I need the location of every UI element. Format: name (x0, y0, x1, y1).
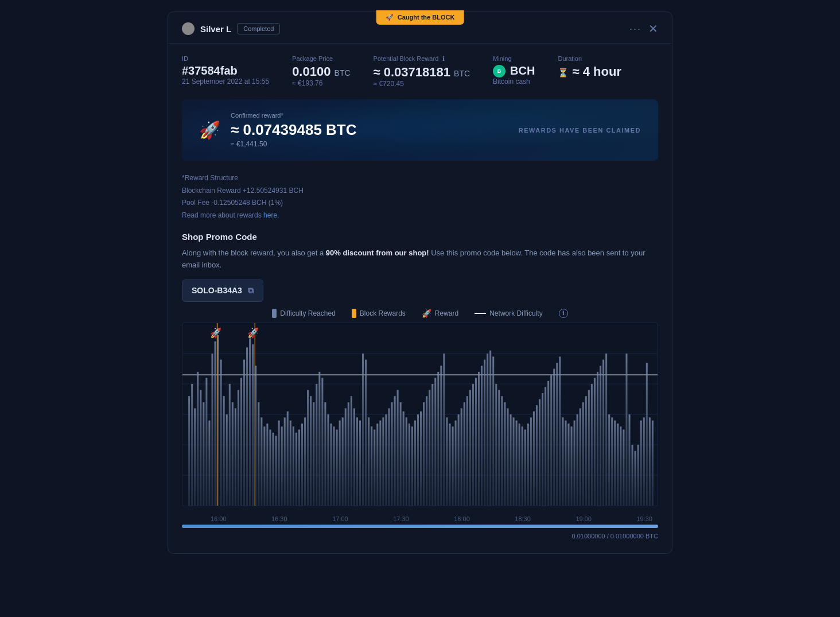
svg-rect-99 (452, 426, 454, 506)
svg-rect-163 (637, 445, 639, 506)
svg-rect-164 (640, 421, 642, 506)
close-button[interactable]: ✕ (648, 23, 658, 34)
svg-rect-91 (429, 390, 430, 506)
svg-rect-24 (235, 408, 236, 506)
package-unit: BTC (335, 68, 351, 77)
svg-rect-13 (203, 402, 204, 506)
info-row: ID #37584fab 21 September 2022 at 15:55 … (182, 55, 658, 88)
svg-rect-73 (376, 424, 378, 506)
svg-rect-125 (527, 424, 529, 506)
svg-rect-160 (629, 414, 631, 506)
copy-icon: ⧉ (248, 286, 254, 296)
svg-rect-133 (550, 375, 552, 506)
svg-rect-23 (232, 402, 234, 506)
more-options-button[interactable]: ··· (629, 23, 641, 35)
svg-rect-100 (455, 421, 457, 506)
svg-rect-168 (652, 421, 654, 506)
modal-body: ID #37584fab 21 September 2022 at 15:55 … (168, 44, 672, 553)
user-avatar-icon (182, 22, 195, 35)
svg-rect-58 (333, 426, 335, 506)
svg-rect-43 (290, 421, 291, 506)
svg-rect-67 (359, 421, 361, 506)
time-label-1: 16:30 (271, 515, 287, 522)
rocket-marker-2: 🚀 (247, 327, 259, 340)
read-more-link[interactable]: here (263, 211, 277, 219)
svg-rect-22 (229, 384, 231, 506)
potential-reward-unit: BTC (454, 69, 470, 78)
confirmed-btc-amount: ≈ 0.07439485 BTC (231, 121, 357, 139)
mining-label: Mining (493, 55, 535, 62)
package-amount: 0.0100 (292, 64, 330, 79)
svg-rect-69 (365, 360, 367, 506)
caught-block-badge: 🚀 Caught the BLOCK (376, 10, 464, 25)
svg-rect-15 (208, 421, 210, 506)
badge-text: Caught the BLOCK (398, 14, 455, 21)
svg-rect-108 (478, 372, 480, 506)
svg-rect-87 (417, 414, 419, 506)
difficulty-reached-label: Difficulty Reached (280, 309, 336, 317)
svg-rect-90 (426, 396, 427, 506)
svg-rect-26 (240, 378, 242, 506)
read-more: Read more about rewards here. (182, 209, 658, 222)
svg-rect-27 (243, 360, 245, 506)
svg-rect-83 (406, 417, 407, 506)
svg-rect-82 (403, 412, 405, 506)
potential-reward-eur: ≈ €720.45 (374, 80, 470, 88)
svg-rect-162 (635, 451, 636, 506)
svg-rect-149 (597, 372, 598, 506)
svg-rect-33 (260, 417, 262, 506)
svg-rect-111 (487, 354, 488, 506)
svg-rect-152 (605, 354, 607, 506)
svg-rect-70 (368, 417, 370, 506)
claimed-text: REWARDS HAVE BEEN CLAIMED (519, 127, 641, 134)
svg-rect-16 (211, 354, 213, 506)
reward-structure: *Reward Structure Blockchain Reward +12.… (182, 172, 658, 222)
svg-rect-113 (492, 356, 494, 506)
legend-difficulty-reached: Difficulty Reached (272, 309, 336, 318)
potential-reward-label-text: Potential Block Reward (374, 55, 439, 62)
svg-rect-81 (400, 402, 402, 506)
duration-text: ≈ 4 hour (573, 64, 621, 79)
svg-rect-166 (646, 363, 648, 506)
chart-bars (188, 335, 654, 506)
read-more-suffix: . (277, 211, 279, 219)
id-section: ID #37584fab 21 September 2022 at 15:55 (182, 55, 269, 88)
network-difficulty-label: Network Difficulty (489, 309, 542, 317)
svg-rect-63 (348, 402, 349, 506)
legend-block-rewards: Block Rewards (352, 309, 406, 318)
id-label: ID (182, 55, 269, 62)
difficulty-reached-dot (272, 309, 277, 318)
svg-rect-53 (318, 372, 320, 506)
svg-rect-158 (623, 429, 624, 506)
svg-rect-14 (205, 378, 207, 506)
svg-rect-45 (295, 433, 297, 506)
svg-rect-144 (582, 402, 584, 506)
svg-rect-74 (379, 421, 381, 506)
svg-rect-42 (287, 412, 289, 506)
svg-rect-109 (481, 366, 483, 506)
chart-info-icon[interactable]: ℹ (559, 309, 568, 318)
svg-rect-101 (458, 414, 460, 506)
svg-rect-55 (324, 402, 326, 506)
svg-rect-146 (588, 390, 590, 506)
svg-rect-135 (556, 363, 558, 506)
svg-rect-97 (446, 417, 448, 506)
svg-rect-32 (258, 402, 259, 506)
svg-rect-84 (409, 424, 410, 506)
svg-rect-165 (643, 417, 645, 506)
promo-code-box[interactable]: SOLO-B34A3 ⧉ (182, 280, 263, 302)
svg-rect-141 (574, 421, 575, 506)
svg-rect-151 (602, 360, 604, 506)
svg-rect-79 (394, 396, 396, 506)
reward-label: Reward (435, 309, 458, 317)
svg-rect-136 (559, 356, 561, 506)
svg-rect-142 (577, 414, 578, 506)
reward-banner: 🚀 Confirmed reward* ≈ 0.07439485 BTC ≈ €… (182, 99, 658, 161)
package-label: Package Price (292, 55, 350, 62)
svg-rect-57 (330, 424, 332, 506)
svg-rect-130 (542, 393, 543, 506)
svg-rect-38 (275, 436, 277, 506)
svg-rect-95 (440, 366, 442, 506)
potential-reward-info-icon[interactable]: ℹ (442, 55, 445, 63)
svg-rect-110 (484, 360, 485, 506)
